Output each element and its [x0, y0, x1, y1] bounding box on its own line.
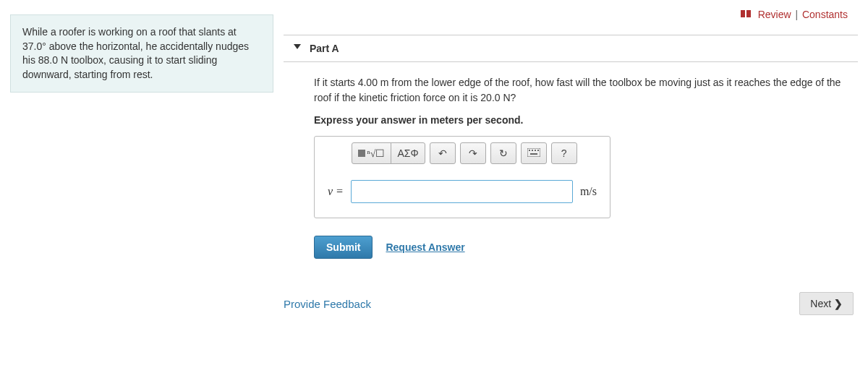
- undo-button[interactable]: ↶: [430, 142, 456, 164]
- svg-rect-5: [535, 150, 536, 151]
- chevron-right-icon: ❯: [834, 298, 843, 309]
- question-text: If it starts 4.00 m from the lower edge …: [284, 62, 858, 106]
- reset-button[interactable]: ↻: [490, 142, 516, 164]
- svg-rect-6: [537, 150, 539, 151]
- equation-toolbar: ⁿ√☐ ΑΣΦ ↶ ↷ ↻ ?: [323, 142, 601, 164]
- problem-statement: While a roofer is working on a roof that…: [10, 14, 273, 93]
- svg-rect-0: [741, 10, 745, 17]
- keyboard-icon: [527, 147, 540, 159]
- answer-input[interactable]: [351, 180, 573, 203]
- top-links: Review | Constants: [741, 9, 848, 21]
- keyboard-button[interactable]: [521, 142, 547, 164]
- request-answer-link[interactable]: Request Answer: [386, 241, 464, 253]
- svg-rect-2: [527, 148, 540, 157]
- answer-panel: ⁿ√☐ ΑΣΦ ↶ ↷ ↻ ? v = m/s: [314, 136, 610, 218]
- template-icon: [358, 150, 365, 157]
- template-button[interactable]: ⁿ√☐: [352, 142, 391, 164]
- next-label: Next: [810, 298, 831, 309]
- svg-rect-1: [746, 10, 751, 17]
- variable-label: v =: [328, 185, 344, 198]
- svg-rect-3: [529, 150, 530, 151]
- root-icon: ⁿ√☐: [367, 147, 385, 160]
- instruction-text: Express your answer in meters per second…: [284, 106, 858, 126]
- flag-icon: [741, 9, 751, 21]
- separator: |: [795, 9, 798, 20]
- part-label: Part A: [310, 43, 339, 54]
- submit-button[interactable]: Submit: [314, 236, 373, 259]
- svg-rect-4: [532, 150, 533, 151]
- greek-button[interactable]: ΑΣΦ: [391, 142, 425, 164]
- redo-button[interactable]: ↷: [460, 142, 486, 164]
- provide-feedback-link[interactable]: Provide Feedback: [284, 298, 371, 310]
- constants-link[interactable]: Constants: [802, 9, 848, 20]
- main-area: Part A If it starts 4.00 m from the lowe…: [284, 35, 858, 259]
- part-header[interactable]: Part A: [284, 35, 858, 62]
- caret-down-icon: [294, 44, 301, 49]
- next-button[interactable]: Next ❯: [799, 292, 854, 315]
- answer-row: v = m/s: [323, 180, 601, 203]
- svg-rect-7: [530, 153, 537, 155]
- review-link[interactable]: Review: [758, 9, 791, 20]
- unit-label: m/s: [580, 185, 597, 198]
- submit-row: Submit Request Answer: [314, 236, 858, 259]
- help-button[interactable]: ?: [551, 142, 577, 164]
- problem-text: While a roofer is working on a roof that…: [22, 26, 249, 80]
